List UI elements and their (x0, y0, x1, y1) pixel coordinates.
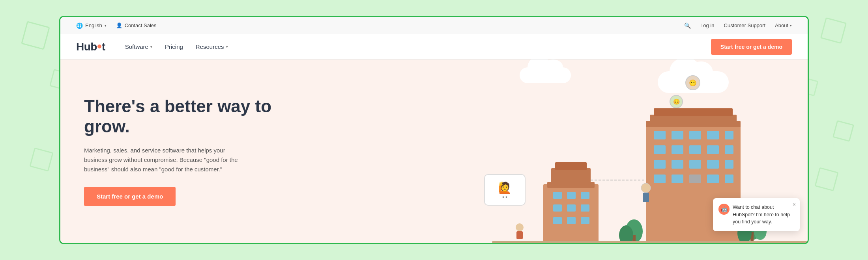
nav-software[interactable]: Software ▾ (125, 43, 152, 50)
svg-rect-35 (689, 175, 701, 183)
chevron-down-icon: ▾ (790, 24, 792, 28)
logo-dot (97, 45, 101, 48)
nav-resources[interactable]: Resources ▾ (196, 43, 228, 50)
svg-rect-25 (689, 145, 701, 154)
svg-rect-18 (654, 131, 666, 139)
svg-rect-3 (555, 162, 587, 170)
globe-icon: 🌐 (76, 22, 83, 29)
resources-label: Resources (196, 43, 224, 50)
svg-rect-24 (672, 145, 683, 154)
video-person-icon: 🙋 (498, 181, 512, 194)
svg-point-48 (516, 223, 524, 231)
language-selector[interactable]: 🌐 English ▾ (76, 22, 107, 29)
close-icon[interactable]: × (793, 201, 796, 208)
hero-title: There's a better way to grow. (84, 97, 281, 136)
chevron-down-icon: ▾ (105, 24, 107, 28)
svg-rect-10 (553, 217, 562, 224)
svg-rect-31 (707, 160, 719, 169)
hero-illustration: 😐 😊 🙂 😄 (453, 59, 808, 243)
chevron-down-icon: ▾ (226, 45, 228, 49)
contact-sales[interactable]: 👤 Contact Sales (116, 22, 157, 28)
person-video-box: 🙋 ● ● (484, 174, 526, 206)
language-label: English (85, 22, 102, 28)
svg-rect-47 (492, 241, 808, 243)
avatar-circle-1: 😐 (685, 75, 700, 90)
about-label: About (775, 22, 788, 28)
svg-rect-6 (581, 192, 589, 199)
svg-rect-11 (567, 217, 576, 224)
chat-widget: × 🤖 Want to chat about HubSpot? I'm here… (713, 198, 800, 231)
svg-rect-36 (707, 175, 719, 183)
browser-window: 🌐 English ▾ 👤 Contact Sales 🔍 Log in Cus… (59, 16, 809, 244)
video-label: ● ● (502, 195, 507, 199)
svg-rect-12 (581, 217, 589, 224)
chat-header: 🤖 Want to chat about HubSpot? I'm here t… (718, 204, 794, 226)
svg-rect-4 (553, 192, 562, 199)
svg-rect-9 (581, 204, 589, 212)
utility-left: 🌐 English ▾ 👤 Contact Sales (76, 22, 157, 29)
contact-sales-label: Contact Sales (125, 22, 157, 28)
hero-subtitle: Marketing, sales, and service software t… (84, 146, 242, 174)
svg-rect-17 (654, 108, 733, 116)
svg-rect-21 (707, 131, 719, 139)
svg-rect-7 (553, 204, 562, 212)
chat-message: Want to chat about HubSpot? I'm here to … (733, 204, 794, 226)
pricing-label: Pricing (165, 43, 183, 50)
hero-section: There's a better way to grow. Marketing,… (60, 59, 808, 243)
svg-rect-34 (672, 175, 683, 183)
start-free-button[interactable]: Start free or get a demo (711, 39, 792, 55)
cloud-small (520, 67, 571, 83)
svg-rect-5 (567, 192, 576, 199)
svg-rect-27 (725, 145, 733, 154)
svg-rect-49 (516, 231, 523, 239)
nav-pricing[interactable]: Pricing (165, 43, 183, 50)
svg-rect-30 (689, 160, 701, 169)
svg-rect-8 (567, 204, 576, 212)
software-label: Software (125, 43, 148, 50)
chat-avatar: 🤖 (718, 204, 730, 215)
search-icon[interactable]: 🔍 (684, 22, 691, 29)
person-icon: 👤 (116, 22, 122, 28)
svg-rect-28 (654, 160, 666, 169)
utility-right: 🔍 Log in Customer Support About ▾ (684, 22, 792, 29)
svg-rect-33 (654, 175, 666, 183)
customer-support-link[interactable]: Customer Support (724, 22, 766, 28)
svg-rect-32 (725, 160, 733, 169)
svg-rect-37 (725, 175, 733, 183)
hero-cta-button[interactable]: Start free or get a demo (84, 187, 176, 206)
about-dropdown[interactable]: About ▾ (775, 22, 792, 28)
chevron-down-icon: ▾ (150, 45, 152, 49)
svg-rect-22 (725, 131, 733, 139)
main-nav: Hubt Software ▾ Pricing Resources ▾ Star… (60, 34, 808, 59)
svg-rect-29 (672, 160, 683, 169)
utility-bar: 🌐 English ▾ 👤 Contact Sales 🔍 Log in Cus… (60, 17, 808, 34)
svg-point-38 (641, 183, 651, 193)
nav-links: Software ▾ Pricing Resources ▾ (125, 43, 695, 50)
svg-rect-23 (654, 145, 666, 154)
svg-rect-19 (672, 131, 683, 139)
login-link[interactable]: Log in (700, 22, 714, 28)
svg-rect-26 (707, 145, 719, 154)
logo-text: Hubt (76, 41, 105, 53)
hero-content: There's a better way to grow. Marketing,… (60, 97, 305, 206)
nav-cta-area: Start free or get a demo (711, 39, 792, 55)
hubspot-logo[interactable]: Hubt (76, 41, 105, 53)
svg-rect-20 (689, 131, 701, 139)
svg-rect-39 (643, 193, 649, 202)
svg-rect-2 (551, 168, 591, 184)
